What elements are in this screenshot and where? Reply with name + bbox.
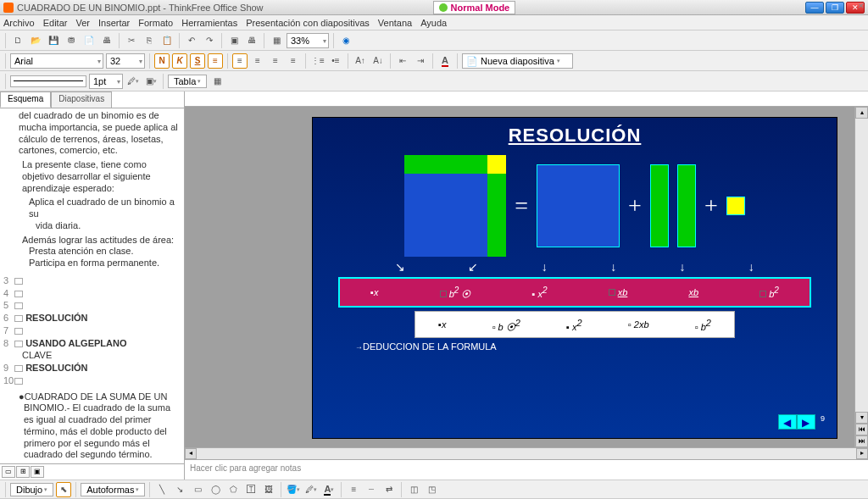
slide-container[interactable]: RESOLUCIÓN = + + ↘ [185,107,854,447]
bullets-icon[interactable]: •≡ [328,53,343,69]
scroll-down-button[interactable]: ▾ [855,412,868,424]
linecolor-icon[interactable]: 🖉▾ [125,74,141,89]
3d-icon[interactable]: ◳ [424,482,439,497]
italic-button[interactable]: K [172,53,187,69]
view-sorter-icon[interactable]: ⊞ [16,466,30,478]
strike-button[interactable]: ≡ [208,53,223,69]
oval-icon[interactable]: ◯ [208,482,223,497]
next-slide-nav-icon[interactable]: ⏭ [855,435,868,447]
dec-font-icon[interactable]: A↓ [370,53,386,69]
vertical-scrollbar[interactable]: ▴ ▾ ⏮ ⏭ [854,107,868,447]
print-icon[interactable]: 🖶 [99,33,114,48]
prev-slide-nav-icon[interactable]: ⏮ [855,424,868,435]
dibujo-button[interactable]: Dibujo ▾ [10,483,53,496]
saveall-icon[interactable]: ⛃ [64,33,79,48]
cut-icon[interactable]: ✂ [124,33,139,48]
outline-item[interactable]: 4 [3,288,181,300]
open-icon[interactable]: 📂 [28,33,43,48]
new-icon[interactable]: 🗋 [10,33,25,48]
menu-editar[interactable]: Editar [43,18,68,28]
ruler [185,91,868,107]
tab-slides[interactable]: Diapositivas [51,91,112,108]
linecolor2-icon[interactable]: 🖉▾ [303,482,319,497]
tab-outline[interactable]: Esquema [0,91,51,108]
align-left-icon[interactable]: ≡ [232,53,248,69]
menu-presentacion[interactable]: Presentación con diapositivas [246,18,370,28]
outline-item[interactable]: 7 [3,325,181,337]
help-icon[interactable]: ◉ [338,33,353,48]
slideshow-icon[interactable]: ▣ [226,33,242,48]
indent-icon[interactable]: ⇥ [413,53,428,69]
underline-button[interactable]: S [190,53,205,69]
line-icon[interactable]: ╲ [154,482,170,497]
zoom-combo[interactable]: 33% [287,33,329,48]
slide[interactable]: RESOLUCIÓN = + + ↘ [312,117,837,439]
table-draw-icon[interactable]: ▦ [209,74,225,89]
bold-button[interactable]: N [154,53,170,69]
outline-item[interactable]: 8 USANDO ALGEPLANO [3,338,181,350]
outline-item[interactable]: 9 RESOLUCIÓN [3,363,181,374]
redo-icon[interactable]: ↷ [202,33,217,48]
lineweight-icon[interactable]: ≡ [346,482,361,497]
menu-ayuda[interactable]: Ayuda [420,18,447,28]
align-right-icon[interactable]: ≡ [268,53,283,69]
scroll-track[interactable] [855,119,868,412]
print2-icon[interactable]: 🖶 [244,33,259,48]
new-slide-button[interactable]: 📄 Nueva diapositiva ▾ [462,53,573,69]
menu-archivo[interactable]: Archivo [3,18,35,28]
paste-icon[interactable]: 📋 [159,33,175,48]
hscroll-track[interactable] [197,448,856,459]
outline-item[interactable]: 6 RESOLUCIÓN [3,313,181,324]
menu-insertar[interactable]: Insertar [98,18,130,28]
line-pt-combo[interactable]: 1pt [89,74,123,89]
align-justify-icon[interactable]: ≡ [286,53,301,69]
grid-icon[interactable]: ▦ [269,33,284,48]
select-icon[interactable]: ⬉ [56,482,71,497]
menu-ventana[interactable]: Ventana [378,18,412,28]
save-icon[interactable]: 💾 [46,33,61,48]
outline-item[interactable]: 5 [3,300,181,312]
fillcolor-icon[interactable]: ▣▾ [143,74,159,89]
polygon-icon[interactable]: ⬠ [225,482,241,497]
outline-content[interactable]: del cuadrado de un binomio es de mucha i… [0,108,184,463]
autoformas-button[interactable]: Autoformas ▾ [81,483,145,496]
outline-item[interactable]: 3 [3,275,181,287]
textbox-icon[interactable]: 🅃 [243,482,259,497]
scroll-up-button[interactable]: ▴ [855,107,868,119]
horizontal-scrollbar[interactable]: ◂ ▸ [185,447,868,459]
minimize-button[interactable]: — [805,2,824,14]
outline-item[interactable]: 10 [3,375,181,387]
maximize-button[interactable]: ❐ [826,2,844,14]
line-style-preview[interactable] [10,75,86,87]
image-icon[interactable]: 🖼 [261,482,276,497]
copy-icon[interactable]: ⎘ [142,33,157,48]
view-show-icon[interactable]: ▣ [31,466,44,478]
prev-slide-button[interactable]: ◀ [778,414,797,430]
notes-area[interactable]: Hacer clic para agregar notas [185,459,868,480]
next-slide-button[interactable]: ▶ [797,414,815,430]
menu-formato[interactable]: Formato [138,18,173,28]
fontcolor2-icon[interactable]: A▾ [321,482,337,497]
export-icon[interactable]: 📄 [81,33,97,48]
linestyle-icon[interactable]: ┄ [364,482,379,497]
arrow-icon[interactable]: ↘ [172,482,187,497]
rect-icon[interactable]: ▭ [190,482,205,497]
align-center-icon[interactable]: ≡ [250,53,265,69]
font-combo[interactable]: Arial [10,53,103,69]
numbering-icon[interactable]: ⋮≡ [310,53,326,69]
fontcolor-icon[interactable]: A [437,53,453,69]
arrowstyle-icon[interactable]: ⇄ [381,482,397,497]
undo-icon[interactable]: ↶ [184,33,199,48]
table-button[interactable]: Tabla ▾ [168,75,207,88]
inc-font-icon[interactable]: A↑ [353,53,368,69]
fillcolor2-icon[interactable]: 🪣▾ [286,482,301,497]
fontsize-combo[interactable]: 32 [106,53,145,69]
shadow-icon[interactable]: ◫ [406,482,421,497]
view-normal-icon[interactable]: ▭ [2,466,15,478]
menu-herramientas[interactable]: Herramientas [181,18,237,28]
outdent-icon[interactable]: ⇤ [395,53,410,69]
panel-close-icon[interactable]: ✕ [858,2,865,10]
scroll-right-button[interactable]: ▸ [856,448,868,459]
menu-ver[interactable]: Ver [75,18,90,28]
scroll-left-button[interactable]: ◂ [185,448,197,459]
